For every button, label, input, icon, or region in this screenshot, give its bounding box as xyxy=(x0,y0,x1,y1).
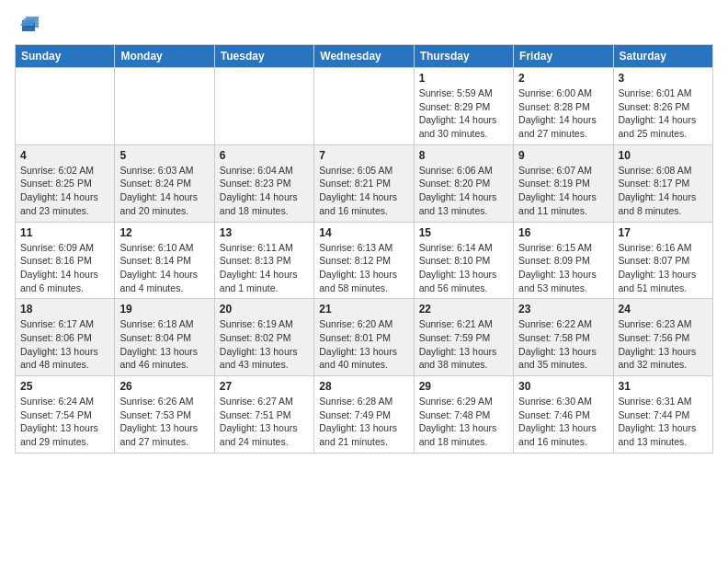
calendar-day-cell: 16Sunrise: 6:15 AMSunset: 8:09 PMDayligh… xyxy=(514,222,613,299)
day-number: 4 xyxy=(20,149,109,162)
calendar-day-cell: 27Sunrise: 6:27 AMSunset: 7:51 PMDayligh… xyxy=(214,376,313,454)
day-number: 31 xyxy=(619,380,708,393)
day-number: 9 xyxy=(518,149,608,162)
day-info: Sunrise: 6:29 AMSunset: 7:48 PMDaylight:… xyxy=(419,395,508,449)
day-info: Sunrise: 6:30 AMSunset: 7:46 PMDaylight:… xyxy=(518,395,608,449)
weekday-header-wednesday: Wednesday xyxy=(314,45,414,68)
weekday-header-friday: Friday xyxy=(514,45,613,68)
calendar-day-cell: 10Sunrise: 6:08 AMSunset: 8:17 PMDayligh… xyxy=(613,144,712,222)
calendar-day-cell xyxy=(214,68,313,145)
day-info: Sunrise: 6:27 AMSunset: 7:51 PMDaylight:… xyxy=(220,395,309,449)
day-number: 1 xyxy=(419,72,508,85)
calendar-week-1: 1Sunrise: 5:59 AMSunset: 8:29 PMDaylight… xyxy=(16,68,713,145)
day-number: 10 xyxy=(619,149,708,162)
day-number: 25 xyxy=(20,380,109,393)
day-info: Sunrise: 6:24 AMSunset: 7:54 PMDaylight:… xyxy=(20,395,109,449)
day-info: Sunrise: 6:22 AMSunset: 7:58 PMDaylight:… xyxy=(518,317,608,372)
day-info: Sunrise: 6:11 AMSunset: 8:13 PMDaylight:… xyxy=(220,241,309,295)
calendar-day-cell: 5Sunrise: 6:03 AMSunset: 8:24 PMDaylight… xyxy=(115,144,214,222)
day-info: Sunrise: 6:01 AMSunset: 8:26 PMDaylight:… xyxy=(619,86,708,141)
page-header xyxy=(15,15,713,33)
logo xyxy=(15,15,40,33)
day-info: Sunrise: 6:10 AMSunset: 8:14 PMDaylight:… xyxy=(119,241,209,295)
calendar-day-cell: 31Sunrise: 6:31 AMSunset: 7:44 PMDayligh… xyxy=(613,376,712,454)
calendar-day-cell: 26Sunrise: 6:26 AMSunset: 7:53 PMDayligh… xyxy=(115,376,214,454)
calendar-header-row: SundayMondayTuesdayWednesdayThursdayFrid… xyxy=(16,45,713,68)
calendar-day-cell: 24Sunrise: 6:23 AMSunset: 7:56 PMDayligh… xyxy=(613,299,712,376)
day-number: 6 xyxy=(220,149,309,162)
day-number: 26 xyxy=(119,380,209,393)
calendar-day-cell: 21Sunrise: 6:20 AMSunset: 8:01 PMDayligh… xyxy=(314,299,414,376)
calendar-day-cell: 29Sunrise: 6:29 AMSunset: 7:48 PMDayligh… xyxy=(414,376,513,454)
day-info: Sunrise: 6:15 AMSunset: 8:09 PMDaylight:… xyxy=(518,241,608,295)
day-info: Sunrise: 5:59 AMSunset: 8:29 PMDaylight:… xyxy=(419,86,508,141)
day-info: Sunrise: 6:05 AMSunset: 8:21 PMDaylight:… xyxy=(319,164,408,218)
day-info: Sunrise: 6:09 AMSunset: 8:16 PMDaylight:… xyxy=(20,241,109,295)
weekday-header-monday: Monday xyxy=(115,45,214,68)
calendar-day-cell: 30Sunrise: 6:30 AMSunset: 7:46 PMDayligh… xyxy=(514,376,613,454)
calendar-day-cell: 13Sunrise: 6:11 AMSunset: 8:13 PMDayligh… xyxy=(214,222,313,299)
calendar-week-4: 18Sunrise: 6:17 AMSunset: 8:06 PMDayligh… xyxy=(16,299,713,376)
day-info: Sunrise: 6:13 AMSunset: 8:12 PMDaylight:… xyxy=(319,241,408,295)
calendar-day-cell xyxy=(115,68,214,145)
day-number: 17 xyxy=(619,226,708,239)
calendar-day-cell xyxy=(314,68,414,145)
day-info: Sunrise: 6:20 AMSunset: 8:01 PMDaylight:… xyxy=(319,317,408,372)
day-number: 23 xyxy=(518,303,608,316)
day-number: 5 xyxy=(119,149,209,162)
day-number: 7 xyxy=(319,149,408,162)
calendar-day-cell: 14Sunrise: 6:13 AMSunset: 8:12 PMDayligh… xyxy=(314,222,414,299)
calendar-day-cell: 8Sunrise: 6:06 AMSunset: 8:20 PMDaylight… xyxy=(414,144,513,222)
day-number: 18 xyxy=(20,303,109,316)
calendar-day-cell xyxy=(16,68,115,145)
day-info: Sunrise: 6:08 AMSunset: 8:17 PMDaylight:… xyxy=(619,164,708,218)
calendar-day-cell: 7Sunrise: 6:05 AMSunset: 8:21 PMDaylight… xyxy=(314,144,414,222)
weekday-header-tuesday: Tuesday xyxy=(214,45,313,68)
day-info: Sunrise: 6:07 AMSunset: 8:19 PMDaylight:… xyxy=(518,164,608,218)
day-info: Sunrise: 6:03 AMSunset: 8:24 PMDaylight:… xyxy=(119,164,209,218)
day-info: Sunrise: 6:18 AMSunset: 8:04 PMDaylight:… xyxy=(119,317,209,372)
weekday-header-saturday: Saturday xyxy=(613,45,712,68)
calendar-day-cell: 18Sunrise: 6:17 AMSunset: 8:06 PMDayligh… xyxy=(16,299,115,376)
day-number: 28 xyxy=(319,380,408,393)
day-info: Sunrise: 6:14 AMSunset: 8:10 PMDaylight:… xyxy=(419,241,508,295)
calendar-day-cell: 3Sunrise: 6:01 AMSunset: 8:26 PMDaylight… xyxy=(613,68,712,145)
day-number: 16 xyxy=(518,226,608,239)
calendar-day-cell: 4Sunrise: 6:02 AMSunset: 8:25 PMDaylight… xyxy=(16,144,115,222)
weekday-header-thursday: Thursday xyxy=(414,45,513,68)
day-info: Sunrise: 6:00 AMSunset: 8:28 PMDaylight:… xyxy=(518,86,608,141)
day-number: 27 xyxy=(220,380,309,393)
calendar-week-2: 4Sunrise: 6:02 AMSunset: 8:25 PMDaylight… xyxy=(16,144,713,222)
day-info: Sunrise: 6:06 AMSunset: 8:20 PMDaylight:… xyxy=(419,164,508,218)
day-number: 14 xyxy=(319,226,408,239)
calendar-day-cell: 28Sunrise: 6:28 AMSunset: 7:49 PMDayligh… xyxy=(314,376,414,454)
day-info: Sunrise: 6:21 AMSunset: 7:59 PMDaylight:… xyxy=(419,317,508,372)
day-info: Sunrise: 6:31 AMSunset: 7:44 PMDaylight:… xyxy=(619,395,708,449)
calendar-week-3: 11Sunrise: 6:09 AMSunset: 8:16 PMDayligh… xyxy=(16,222,713,299)
day-info: Sunrise: 6:26 AMSunset: 7:53 PMDaylight:… xyxy=(119,395,209,449)
calendar-day-cell: 23Sunrise: 6:22 AMSunset: 7:58 PMDayligh… xyxy=(514,299,613,376)
day-info: Sunrise: 6:23 AMSunset: 7:56 PMDaylight:… xyxy=(619,317,708,372)
calendar-day-cell: 25Sunrise: 6:24 AMSunset: 7:54 PMDayligh… xyxy=(16,376,115,454)
day-number: 20 xyxy=(220,303,309,316)
calendar-day-cell: 11Sunrise: 6:09 AMSunset: 8:16 PMDayligh… xyxy=(16,222,115,299)
calendar-day-cell: 15Sunrise: 6:14 AMSunset: 8:10 PMDayligh… xyxy=(414,222,513,299)
logo-icon xyxy=(18,15,40,33)
day-number: 29 xyxy=(419,380,508,393)
weekday-header-sunday: Sunday xyxy=(16,45,115,68)
day-info: Sunrise: 6:19 AMSunset: 8:02 PMDaylight:… xyxy=(220,317,309,372)
day-number: 30 xyxy=(518,380,608,393)
calendar-day-cell: 6Sunrise: 6:04 AMSunset: 8:23 PMDaylight… xyxy=(214,144,313,222)
day-number: 13 xyxy=(220,226,309,239)
day-number: 12 xyxy=(119,226,209,239)
calendar-week-5: 25Sunrise: 6:24 AMSunset: 7:54 PMDayligh… xyxy=(16,376,713,454)
day-info: Sunrise: 6:02 AMSunset: 8:25 PMDaylight:… xyxy=(20,164,109,218)
day-number: 15 xyxy=(419,226,508,239)
calendar-day-cell: 17Sunrise: 6:16 AMSunset: 8:07 PMDayligh… xyxy=(613,222,712,299)
day-number: 11 xyxy=(20,226,109,239)
day-number: 21 xyxy=(319,303,408,316)
day-number: 22 xyxy=(419,303,508,316)
day-number: 8 xyxy=(419,149,508,162)
day-number: 2 xyxy=(518,72,608,85)
calendar-day-cell: 1Sunrise: 5:59 AMSunset: 8:29 PMDaylight… xyxy=(414,68,513,145)
